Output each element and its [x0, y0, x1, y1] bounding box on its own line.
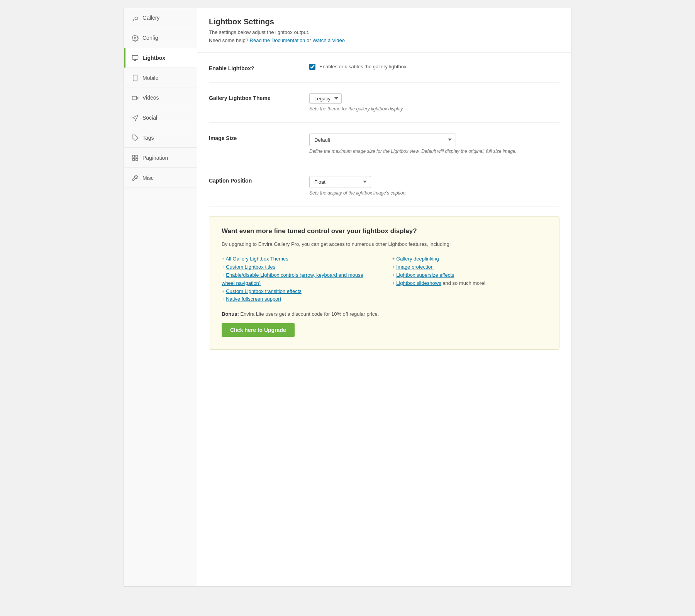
bonus-detail: Envira Lite users get a discount code fo…: [240, 311, 379, 317]
wrench-icon: [132, 174, 139, 181]
upgrade-title: Want even more fine tuned control over y…: [222, 227, 547, 235]
upgrade-intro: By upgrading to Envira Gallery Pro, you …: [222, 240, 547, 249]
app-container: Gallery Config Lightbox Mobile Videos: [124, 8, 571, 587]
sidebar-item-mobile[interactable]: Mobile: [124, 68, 197, 88]
leaf-icon: [132, 14, 139, 22]
feature-item: + Image protection: [392, 263, 547, 271]
sidebar-label-tags: Tags: [142, 135, 154, 141]
desc-text: The settings below adjust the lightbox o…: [209, 29, 309, 35]
settings-header: Lightbox Settings The settings below adj…: [197, 8, 571, 53]
enable-lightbox-row: Enable Lightbox? Enables or disables the…: [209, 53, 559, 83]
video-link[interactable]: Watch a Video: [312, 37, 345, 43]
sidebar-label-gallery: Gallery: [142, 15, 159, 21]
sidebar-label-videos: Videos: [142, 95, 159, 101]
tag-icon: [132, 134, 139, 142]
caption-position-control: Float Below Above Overlay Sets the displ…: [309, 176, 559, 196]
feature-item: + Enable/disable Lightbox controls (arro…: [222, 271, 376, 288]
features-col2: + Gallery deeplinking + Image protection…: [392, 255, 547, 303]
sidebar: Gallery Config Lightbox Mobile Videos: [124, 8, 197, 586]
sidebar-label-social: Social: [142, 115, 157, 121]
sidebar-item-pagination[interactable]: Pagination: [124, 148, 197, 168]
upgrade-box: Want even more fine tuned control over y…: [209, 216, 559, 350]
megaphone-icon: [132, 114, 139, 122]
sidebar-label-config: Config: [142, 35, 158, 41]
feature-link-supersize[interactable]: Lightbox supersize effects: [396, 272, 454, 278]
bonus-label: Bonus:: [222, 311, 239, 317]
feature-link-controls[interactable]: Enable/disable Lightbox controls (arrow,…: [222, 272, 363, 286]
feature-item: + Lightbox slideshows and so much more!: [392, 279, 547, 288]
sidebar-item-gallery[interactable]: Gallery: [124, 8, 197, 28]
sidebar-item-lightbox[interactable]: Lightbox: [124, 48, 197, 68]
sidebar-item-videos[interactable]: Videos: [124, 88, 197, 108]
or-text: or: [307, 37, 312, 43]
svg-rect-6: [132, 96, 137, 100]
caption-position-label: Caption Position: [209, 176, 294, 184]
caption-position-select[interactable]: Float Below Above Overlay: [309, 176, 371, 188]
image-size-row: Image Size Default Thumbnail Medium Larg…: [209, 123, 559, 165]
image-size-select[interactable]: Default Thumbnail Medium Large Full: [309, 134, 456, 146]
svg-rect-9: [132, 155, 134, 157]
pagination-icon: [132, 154, 139, 161]
sidebar-item-tags[interactable]: Tags: [124, 128, 197, 148]
image-size-desc: Define the maximum image size for the Li…: [309, 149, 559, 154]
settings-description: The settings below adjust the lightbox o…: [209, 29, 559, 45]
svg-rect-12: [136, 159, 138, 161]
svg-rect-1: [132, 56, 138, 60]
feature-item: + Lightbox supersize effects: [392, 271, 547, 279]
sidebar-label-mobile: Mobile: [142, 75, 158, 81]
video-icon: [132, 94, 139, 102]
feature-item: + Custom Lightbox transition effects: [222, 288, 376, 296]
feature-link-transition[interactable]: Custom Lightbox transition effects: [226, 288, 302, 294]
feature-link-slideshows[interactable]: Lightbox slideshows: [396, 280, 441, 286]
enable-lightbox-checkbox-label: Enables or disables the gallery lightbox…: [319, 64, 408, 69]
feature-link-deeplinking[interactable]: Gallery deeplinking: [396, 256, 439, 262]
caption-position-desc: Sets the display of the lightbox image's…: [309, 190, 559, 196]
svg-rect-10: [136, 155, 138, 157]
sidebar-label-pagination: Pagination: [142, 155, 168, 161]
image-size-label: Image Size: [209, 134, 294, 141]
main-panel: Lightbox Settings The settings below adj…: [197, 8, 571, 586]
settings-body: Enable Lightbox? Enables or disables the…: [197, 53, 571, 350]
feature-link-protection[interactable]: Image protection: [396, 264, 434, 270]
sidebar-label-misc: Misc: [142, 175, 154, 181]
feature-item: + All Gallery Lightbox Themes: [222, 255, 376, 263]
monitor-icon: [132, 54, 139, 62]
svg-rect-11: [132, 159, 134, 161]
enable-lightbox-label: Enable Lightbox?: [209, 64, 294, 71]
upgrade-button[interactable]: Click here to Upgrade: [222, 323, 295, 337]
help-text: Need some help?: [209, 37, 248, 43]
sidebar-item-social[interactable]: Social: [124, 108, 197, 128]
feature-link-fullscreen[interactable]: Native fullscreen support: [226, 296, 281, 302]
bonus-text: Bonus: Envira Lite users get a discount …: [222, 311, 547, 317]
enable-lightbox-checkbox-wrapper: Enables or disables the gallery lightbox…: [309, 64, 559, 70]
feature-item: + Gallery deeplinking: [392, 255, 547, 263]
image-size-control: Default Thumbnail Medium Large Full Defi…: [309, 134, 559, 154]
enable-lightbox-checkbox[interactable]: [309, 64, 315, 70]
lightbox-theme-label: Gallery Lightbox Theme: [209, 93, 294, 101]
lightbox-theme-select[interactable]: Legacy Dark Light Classic: [309, 93, 342, 104]
sidebar-label-lightbox: Lightbox: [142, 55, 165, 61]
mobile-icon: [132, 74, 139, 81]
gear-icon: [132, 34, 139, 42]
doc-link[interactable]: Read the Documentation: [250, 37, 305, 43]
lightbox-theme-row: Gallery Lightbox Theme Legacy Dark Light…: [209, 83, 559, 123]
feature-link-titles[interactable]: Custom Lightbox titles: [226, 264, 275, 270]
svg-point-0: [134, 37, 136, 39]
caption-position-row: Caption Position Float Below Above Overl…: [209, 165, 559, 207]
svg-rect-4: [133, 75, 137, 81]
enable-lightbox-control: Enables or disables the gallery lightbox…: [309, 64, 559, 70]
sidebar-item-misc[interactable]: Misc: [124, 168, 197, 188]
feature-link-themes[interactable]: All Gallery Lightbox Themes: [226, 256, 288, 262]
lightbox-theme-control: Legacy Dark Light Classic Sets the theme…: [309, 93, 559, 112]
lightbox-theme-desc: Sets the theme for the gallery lightbox …: [309, 106, 559, 112]
page-title: Lightbox Settings: [209, 17, 559, 26]
feature-item: + Native fullscreen support: [222, 295, 376, 303]
feature-suffix: and so much more!: [441, 280, 486, 286]
features-col1: + All Gallery Lightbox Themes + Custom L…: [222, 255, 376, 303]
sidebar-item-config[interactable]: Config: [124, 28, 197, 48]
feature-item: + Custom Lightbox titles: [222, 263, 376, 271]
features-grid: + All Gallery Lightbox Themes + Custom L…: [222, 255, 547, 303]
